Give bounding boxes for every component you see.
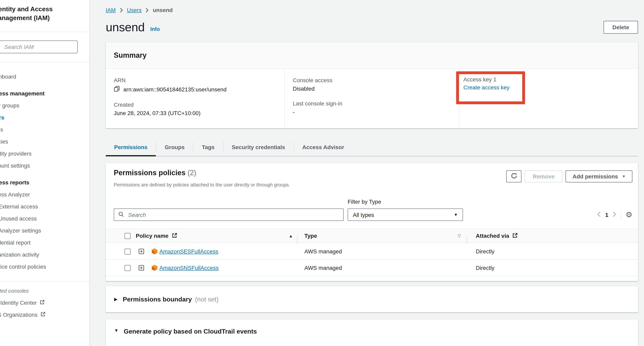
main-content: IAM Users unsend unsend Info Delete Summ… (90, 0, 644, 346)
breadcrumb: IAM Users unsend (106, 0, 638, 13)
summary-title: Summary (106, 43, 638, 69)
permissions-boundary-section[interactable]: ▶ Permissions boundary (not set) (106, 286, 638, 312)
chevron-right-icon (146, 8, 149, 13)
expand-policy-icon[interactable] (138, 265, 144, 271)
tab-security-credentials[interactable]: Security credentials (223, 138, 293, 156)
sidebar-item-label: AWS Organizations (0, 311, 38, 318)
tab-permissions[interactable]: Permissions (106, 138, 156, 156)
refresh-button[interactable] (506, 170, 522, 182)
access-key-label: Access key 1 (464, 76, 522, 83)
external-link-icon (512, 232, 518, 239)
sidebar-item-service-control-policies[interactable]: Service control policies (0, 261, 90, 273)
type-filter-select[interactable]: All types ▼ (348, 208, 463, 221)
aws-managed-policy-icon (152, 248, 158, 255)
sidebar-section-access-reports: Access reports (0, 176, 90, 188)
sidebar-item-organization-activity[interactable]: Organization activity (0, 249, 90, 261)
generate-policy-title: Generate policy based on CloudTrail even… (124, 328, 257, 335)
breadcrumb-link-iam[interactable]: IAM (106, 7, 116, 13)
caret-down-icon: ▼ (622, 175, 626, 178)
external-link-icon (172, 232, 177, 239)
sidebar: Identity and Access Management (IAM) Das… (0, 0, 90, 346)
remove-button[interactable]: Remove (525, 170, 562, 182)
copy-icon[interactable] (114, 86, 120, 93)
filter-icon[interactable]: ▽ (458, 233, 461, 238)
row-checkbox[interactable] (124, 265, 130, 271)
expand-down-icon: ▼ (114, 328, 118, 333)
policy-search-box (114, 208, 344, 221)
sidebar-item-user-groups[interactable]: User groups (0, 99, 90, 112)
policy-link[interactable]: AmazonSESFullAccess (160, 248, 218, 255)
external-link-icon (40, 299, 45, 306)
sidebar-search-input[interactable] (0, 41, 78, 53)
console-access-label: Console access (293, 77, 459, 83)
sidebar-item-analyzer-settings[interactable]: Analyzer settings (0, 224, 90, 237)
caret-down-icon: ▼ (454, 213, 458, 217)
tab-tags[interactable]: Tags (194, 138, 223, 156)
expand-policy-icon[interactable] (138, 248, 144, 255)
table-row: AmazonSNSFullAccess AWS managed Directly (106, 260, 638, 276)
last-signin-value: - (293, 109, 459, 115)
summary-col-arn: ARN arn:aws:iam::905418462135:user/unsen… (106, 69, 284, 128)
generate-policy-section[interactable]: ▼ Generate policy based on CloudTrail ev… (106, 319, 638, 346)
sidebar-nav: Dashboard Access management User groups … (0, 71, 90, 321)
sidebar-item-aws-organizations[interactable]: AWS Organizations (0, 309, 90, 321)
sidebar-item-unused-access[interactable]: Unused access (0, 212, 90, 224)
aws-managed-policy-icon (152, 265, 158, 271)
type-filter-value: All types (353, 211, 374, 218)
sidebar-item-credential-report[interactable]: Credential report (0, 237, 90, 249)
permissions-policies-title-text: Permissions policies (114, 169, 186, 177)
tab-access-advisor[interactable]: Access Advisor (294, 138, 353, 156)
permissions-policies-card: Permissions policies (2) Permissions are… (106, 163, 638, 281)
sidebar-item-roles[interactable]: Roles (0, 124, 90, 136)
gear-icon[interactable]: ⚙ (626, 211, 632, 218)
sort-ascending-icon[interactable]: ▲ (289, 233, 293, 238)
create-access-key-link[interactable]: Create access key (464, 84, 522, 91)
sidebar-title: Identity and Access Management (IAM) (0, 5, 62, 23)
delete-button[interactable]: Delete (604, 21, 638, 34)
select-all-checkbox[interactable] (124, 233, 130, 239)
sidebar-item-identity-providers[interactable]: Identity providers (0, 148, 90, 160)
expand-right-icon: ▶ (114, 297, 118, 302)
page-number[interactable]: 1 (605, 211, 608, 218)
sidebar-item-label: IAM Identity Center (0, 299, 37, 306)
breadcrumb-current: unsend (153, 7, 173, 13)
sidebar-item-access-analyzer[interactable]: Access Analyzer (0, 188, 90, 200)
sidebar-item-iam-identity-center[interactable]: IAM Identity Center (0, 297, 90, 309)
permissions-boundary-status: (not set) (195, 296, 218, 303)
sidebar-item-external-access[interactable]: External access (0, 200, 90, 212)
permissions-policies-description: Permissions are defined by policies atta… (114, 182, 290, 188)
pagination-divider (621, 210, 621, 219)
console-access-value: Disabled (293, 85, 459, 92)
arn-label: ARN (114, 77, 284, 83)
column-header-attached-via[interactable]: Attached via (476, 232, 509, 239)
previous-page-icon[interactable] (597, 211, 601, 218)
arn-value: arn:aws:iam::905418462135:user/unsend (123, 86, 226, 93)
policy-search-input[interactable] (127, 211, 339, 218)
breadcrumb-link-users[interactable]: Users (127, 7, 142, 13)
add-permissions-button[interactable]: Add permissions ▼ (566, 170, 632, 182)
sidebar-divider (0, 32, 90, 32)
sidebar-item-account-settings[interactable]: Account settings (0, 160, 90, 172)
annotation-highlight-box: Access key 1 Create access key (456, 71, 525, 104)
iam-user-detail-page: Identity and Access Management (IAM) Das… (0, 0, 644, 346)
column-header-policy-name[interactable]: Policy name (136, 232, 168, 239)
created-value: June 28, 2024, 07:33 (UTC+10:00) (114, 110, 284, 116)
info-link[interactable]: Info (150, 26, 160, 32)
sidebar-item-users[interactable]: Users (0, 112, 90, 124)
pagination: 1 ⚙ (597, 208, 632, 221)
chevron-right-icon (120, 8, 123, 13)
column-divider (466, 235, 467, 244)
row-checkbox[interactable] (124, 248, 130, 254)
policy-attached-via: Directly (466, 248, 494, 255)
permissions-policies-count: (2) (188, 169, 196, 177)
policy-link[interactable]: AmazonSNSFullAccess (160, 265, 219, 271)
tab-label: Groups (165, 144, 185, 150)
next-page-icon[interactable] (613, 211, 616, 218)
column-header-type[interactable]: Type (304, 232, 317, 239)
tab-groups[interactable]: Groups (156, 138, 193, 156)
sidebar-item-policies[interactable]: Policies (0, 136, 90, 148)
sidebar-item-dashboard[interactable]: Dashboard (0, 71, 90, 83)
external-link-icon (40, 311, 46, 318)
tab-label: Permissions (114, 144, 148, 150)
summary-col-access-key: Access key 1 Create access key (459, 69, 638, 128)
